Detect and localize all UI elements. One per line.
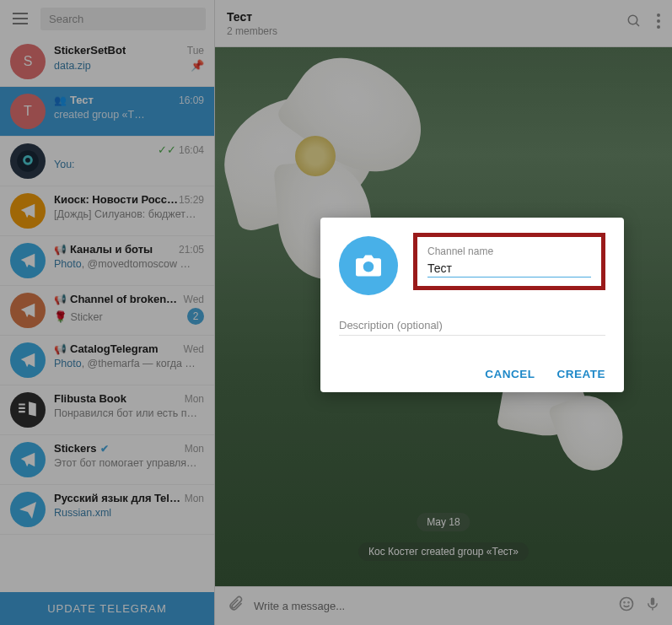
new-channel-modal: Channel name Description (optional) CANC…: [320, 218, 624, 392]
create-button[interactable]: CREATE: [556, 368, 605, 380]
channel-name-input[interactable]: [427, 261, 591, 277]
channel-photo-button[interactable]: [339, 236, 398, 295]
svg-point-12: [365, 264, 372, 271]
cancel-button[interactable]: CANCEL: [485, 368, 535, 380]
channel-name-highlight: Channel name: [413, 233, 605, 290]
channel-name-label: Channel name: [427, 245, 591, 257]
channel-description-input[interactable]: Description (optional): [339, 319, 605, 336]
